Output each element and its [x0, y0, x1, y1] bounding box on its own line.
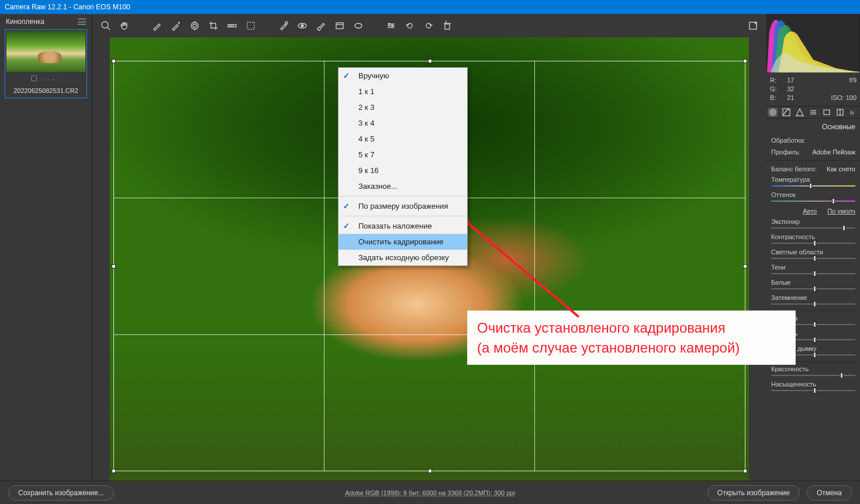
- slider-label: Затемнение: [771, 294, 855, 301]
- auto-link[interactable]: Авто: [803, 208, 817, 215]
- annotation-arrow: [456, 212, 590, 329]
- svg-rect-15: [336, 23, 343, 29]
- filmstrip-thumbnail[interactable]: ····· 20220625082531.CR2: [5, 29, 87, 98]
- slider-track[interactable]: [771, 288, 855, 289]
- zoom-tool-icon[interactable]: [101, 20, 111, 31]
- slider-label: Светлые области: [771, 248, 855, 256]
- target-adjust-tool-icon[interactable]: [189, 20, 200, 31]
- svg-line-1: [108, 27, 110, 30]
- wb-value[interactable]: Как снято: [827, 165, 855, 172]
- default-link[interactable]: По умолч: [827, 208, 855, 215]
- svg-point-14: [301, 25, 303, 27]
- tab-lens[interactable]: [835, 108, 845, 117]
- crop-context-menu: ✓Вручную1 к 12 к 33 к 44 к 55 к 79 к 16З…: [338, 67, 468, 266]
- slider-label: Красочность: [771, 365, 855, 372]
- ctx-item[interactable]: 2 к 3: [339, 99, 467, 115]
- filmstrip-menu-icon[interactable]: [78, 19, 86, 25]
- ctx-item[interactable]: ✓По размеру изображения: [339, 198, 467, 214]
- slider-track[interactable]: [771, 258, 855, 259]
- slider-track[interactable]: [771, 375, 855, 376]
- svg-point-0: [102, 22, 108, 28]
- ctx-item[interactable]: Задать исходную обрезку: [339, 250, 467, 265]
- workflow-options-link[interactable]: Adobe RGB (1998); 8 бит; 6000 на 3368 (2…: [345, 489, 515, 496]
- graduated-filter-tool-icon[interactable]: [334, 20, 345, 31]
- tint-slider[interactable]: [771, 201, 855, 202]
- straighten-tool-icon[interactable]: [227, 20, 237, 31]
- trash-icon[interactable]: [442, 20, 453, 31]
- ctx-item[interactable]: 9 к 16: [339, 163, 467, 178]
- slider-label: Насыщенность: [771, 381, 855, 388]
- slider-track[interactable]: [771, 243, 855, 244]
- svg-point-17: [355, 23, 362, 28]
- svg-line-37: [467, 222, 579, 317]
- preferences-icon[interactable]: [386, 20, 396, 31]
- svg-point-2: [178, 22, 179, 23]
- filmstrip-panel: Кинопленка ····· 20220625082531.CR2: [0, 14, 92, 504]
- tint-label: Оттенок: [771, 191, 855, 198]
- treatment-label: Обработка:: [771, 137, 806, 144]
- rgb-readout: R: 17 G: 32 B: 21: [770, 76, 799, 102]
- tab-fx[interactable]: fx: [849, 108, 859, 117]
- svg-point-21: [389, 23, 390, 25]
- svg-point-28: [772, 111, 774, 113]
- transform-tool-icon[interactable]: [246, 20, 256, 31]
- adjustment-brush-tool-icon[interactable]: [316, 20, 326, 31]
- cancel-button[interactable]: Отмена: [807, 485, 852, 500]
- slider-track[interactable]: [771, 303, 855, 305]
- ctx-item[interactable]: 5 к 7: [339, 147, 467, 163]
- temp-slider[interactable]: [771, 185, 855, 187]
- svg-point-4: [191, 22, 198, 29]
- open-image-toolbar-icon[interactable]: [748, 20, 758, 31]
- svg-rect-23: [445, 24, 450, 29]
- exif-readout: f/9 ISO: 100: [831, 76, 856, 102]
- tab-split[interactable]: [822, 108, 832, 117]
- tab-basic[interactable]: [768, 108, 778, 117]
- ctx-item[interactable]: Заказное...: [339, 178, 467, 194]
- svg-rect-11: [247, 22, 254, 29]
- open-image-button[interactable]: Открыть изображение: [707, 485, 800, 500]
- white-balance-tool-icon[interactable]: [152, 20, 163, 31]
- rotate-cw-icon[interactable]: [423, 20, 434, 31]
- slider-label: Экспонир: [771, 218, 855, 225]
- ctx-item[interactable]: 3 к 4: [339, 115, 467, 131]
- wb-label: Баланс белого:: [771, 165, 817, 172]
- profile-value[interactable]: Adobe Пейзаж: [812, 149, 855, 156]
- svg-point-3: [193, 24, 196, 27]
- panel-tabs: fx: [766, 106, 860, 119]
- spot-removal-tool-icon[interactable]: [278, 20, 289, 31]
- ctx-item[interactable]: 4 к 5: [339, 131, 467, 147]
- tab-hsl[interactable]: [808, 108, 818, 117]
- color-sampler-tool-icon[interactable]: [171, 20, 181, 31]
- slider-label: Контрастность: [771, 233, 855, 240]
- right-panel: R: 17 G: 32 B: 21 f/9 ISO: 100 fx Основн…: [766, 14, 860, 504]
- slider-track[interactable]: [771, 227, 855, 229]
- ctx-item[interactable]: 1 к 1: [339, 84, 467, 99]
- histogram[interactable]: [766, 14, 860, 73]
- thumbnail-badges: ·····: [6, 75, 85, 84]
- svg-point-12: [285, 22, 288, 24]
- ctx-item[interactable]: ✓Показать наложение: [339, 218, 467, 234]
- crop-tool-icon[interactable]: [208, 20, 219, 31]
- tab-detail[interactable]: [795, 108, 804, 117]
- filmstrip-header: Кинопленка: [6, 18, 44, 26]
- svg-point-22: [392, 25, 393, 26]
- titlebar: Camera Raw 12.2.1 - Canon EOS M100: [0, 0, 860, 14]
- slider-label: Тени: [771, 264, 855, 271]
- toolbar: [92, 14, 766, 37]
- save-image-button[interactable]: Сохранить изображение...: [8, 485, 114, 500]
- svg-point-27: [770, 109, 776, 115]
- radial-filter-tool-icon[interactable]: [353, 20, 364, 31]
- hand-tool-icon[interactable]: [119, 20, 130, 31]
- app-title: Camera Raw 12.2.1 - Canon EOS M100: [5, 3, 130, 11]
- slider-track[interactable]: [771, 390, 855, 391]
- red-eye-tool-icon[interactable]: [297, 20, 308, 31]
- svg-rect-33: [824, 110, 830, 115]
- slider-track[interactable]: [771, 273, 855, 274]
- ctx-item[interactable]: ✓Вручную: [339, 68, 467, 84]
- ctx-item[interactable]: Очистить кадрирование: [339, 234, 467, 250]
- rotate-ccw-icon[interactable]: [405, 20, 415, 31]
- svg-text:fx: fx: [850, 110, 855, 116]
- footer: Сохранить изображение... Adobe RGB (1998…: [0, 481, 860, 504]
- tab-curve[interactable]: [781, 108, 791, 117]
- svg-rect-7: [228, 25, 236, 27]
